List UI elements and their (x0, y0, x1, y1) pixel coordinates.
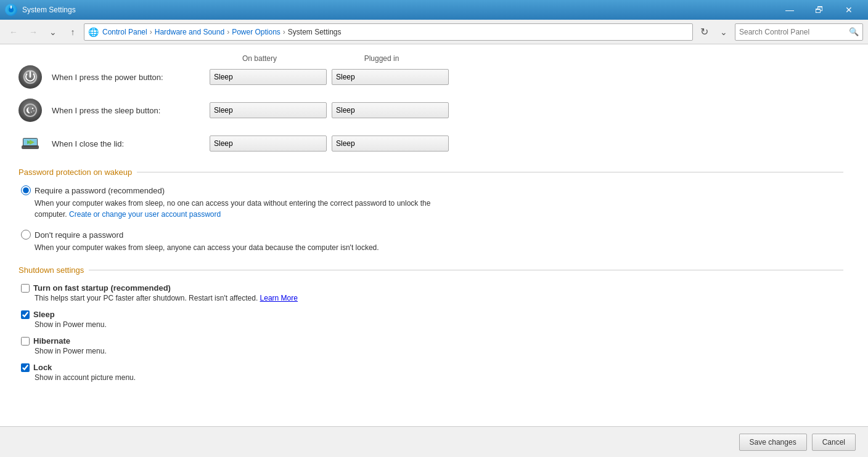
power-button-row: When I press the power button: Sleep Do … (18, 65, 843, 89)
hibernate-text: Hibernate (33, 336, 70, 346)
fast-startup-checkbox[interactable] (21, 284, 30, 293)
search-box: 🔍 (735, 23, 863, 41)
lid-close-label: When I close the lid: (52, 139, 200, 148)
window-controls: — 🗗 ✕ (776, 0, 863, 20)
lid-close-battery-select[interactable]: Sleep Do nothing Hibernate Shut down Tur… (210, 135, 327, 152)
title-bar: System Settings — 🗗 ✕ (0, 0, 868, 20)
save-changes-button[interactable]: Save changes (739, 434, 807, 451)
cancel-button[interactable]: Cancel (812, 434, 856, 451)
breadcrumb-hs[interactable]: Hardware and Sound (155, 28, 224, 36)
svg-point-8 (31, 111, 32, 113)
sep3: › (283, 28, 285, 36)
sleep-button-plugged-select[interactable]: Sleep Do nothing Hibernate Shut down Tur… (332, 102, 449, 118)
back-button[interactable]: ← (5, 23, 22, 41)
main-content: On battery Plugged in When I press the p… (0, 44, 868, 426)
power-button-battery-select[interactable]: Sleep Do nothing Hibernate Shut down Tur… (210, 69, 327, 85)
lock-label[interactable]: Lock (21, 363, 843, 372)
bottom-bar: Save changes Cancel (0, 426, 868, 457)
no-password-label[interactable]: Don't require a password (21, 230, 843, 240)
globe-icon: 🌐 (88, 27, 99, 37)
require-password-radio[interactable] (21, 185, 31, 195)
sleep-label[interactable]: Sleep (21, 310, 843, 319)
sleep-button-icon (18, 99, 42, 122)
hibernate-label[interactable]: Hibernate (21, 336, 843, 346)
no-password-option: Don't require a password When your compu… (18, 230, 843, 253)
search-icon: 🔍 (849, 27, 859, 36)
sep2: › (227, 28, 229, 36)
sleep-text: Sleep (33, 310, 55, 319)
fast-startup-desc: This helps start your PC faster after sh… (35, 294, 843, 302)
power-button-icon (18, 65, 42, 89)
svg-point-5 (24, 104, 36, 116)
require-password-desc: When your computer wakes from sleep, no … (35, 198, 454, 220)
lock-checkbox[interactable] (21, 363, 30, 372)
lid-close-plugged-select[interactable]: Sleep Do nothing Hibernate Shut down Tur… (332, 135, 449, 152)
lock-option: Lock Show in account picture menu. (18, 363, 843, 382)
maximize-button[interactable]: 🗗 (805, 0, 833, 20)
address-bar: ← → ⌄ ↑ 🌐 Control Panel › Hardware and S… (0, 20, 868, 44)
fast-startup-label[interactable]: Turn on fast startup (recommended) (21, 283, 843, 293)
learn-more-link[interactable]: Learn More (260, 294, 298, 302)
sleep-desc: Show in Power menu. (35, 320, 843, 329)
power-button-label: When I press the power button: (52, 73, 200, 82)
breadcrumb-po[interactable]: Power Options (232, 28, 280, 36)
power-button-dropdowns: Sleep Do nothing Hibernate Shut down Tur… (210, 69, 843, 85)
fast-startup-text: Turn on fast startup (recommended) (33, 283, 171, 293)
fast-startup-option: Turn on fast startup (recommended) This … (18, 283, 843, 302)
minimize-button[interactable]: — (776, 0, 804, 20)
hibernate-desc: Show in Power menu. (35, 347, 843, 355)
svg-rect-2 (10, 6, 12, 9)
lid-close-icon (18, 132, 42, 155)
shutdown-section-header: Shutdown settings (18, 265, 843, 275)
lock-text: Lock (33, 363, 52, 372)
sleep-button-label: When I press the sleep button: (52, 106, 200, 115)
sep1: › (150, 28, 152, 36)
no-password-desc: When your computer wakes from sleep, any… (35, 242, 454, 253)
no-password-radio[interactable] (21, 230, 31, 240)
password-section-header: Password protection on wakeup (18, 168, 843, 177)
app-icon (5, 4, 17, 16)
power-button-plugged-select[interactable]: Sleep Do nothing Hibernate Shut down Tur… (332, 69, 449, 85)
password-section-title: Password protection on wakeup (18, 168, 132, 177)
sleep-option: Sleep Show in Power menu. (18, 310, 843, 329)
require-password-option: Require a password (recommended) When yo… (18, 185, 843, 220)
svg-point-6 (32, 108, 33, 109)
forward-button[interactable]: → (25, 23, 42, 41)
close-button[interactable]: ✕ (835, 0, 863, 20)
up-button[interactable]: ↑ (64, 23, 81, 41)
sleep-button-battery-select[interactable]: Sleep Do nothing Hibernate Shut down Tur… (210, 102, 327, 118)
address-dropdown-button[interactable]: ⌄ (715, 23, 732, 41)
col-header-plugged: Plugged in (323, 54, 440, 63)
recent-locations-button[interactable]: ⌄ (44, 23, 62, 41)
require-password-label[interactable]: Require a password (recommended) (21, 185, 843, 195)
sleep-checkbox[interactable] (21, 310, 30, 319)
refresh-button[interactable]: ↻ (695, 23, 713, 41)
column-headers: On battery Plugged in (201, 54, 843, 63)
breadcrumb: 🌐 Control Panel › Hardware and Sound › P… (84, 23, 693, 41)
svg-point-7 (33, 110, 35, 111)
no-password-text: Don't require a password (35, 230, 123, 240)
lid-close-dropdowns: Sleep Do nothing Hibernate Shut down Tur… (210, 135, 843, 152)
hibernate-checkbox[interactable] (21, 337, 30, 346)
shutdown-section-title: Shutdown settings (18, 265, 84, 275)
hibernate-option: Hibernate Show in Power menu. (18, 336, 843, 355)
require-password-text: Require a password (recommended) (35, 186, 165, 195)
title-bar-title: System Settings (22, 6, 776, 14)
lid-close-row: When I close the lid: Sleep Do nothing H… (18, 132, 843, 155)
sleep-button-dropdowns: Sleep Do nothing Hibernate Shut down Tur… (210, 102, 843, 118)
search-input[interactable] (739, 28, 849, 36)
breadcrumb-cp[interactable]: Control Panel (102, 28, 147, 36)
sleep-button-row: When I press the sleep button: Sleep Do … (18, 99, 843, 122)
col-header-battery: On battery (201, 54, 318, 63)
change-password-link[interactable]: Create or change your user account passw… (69, 210, 221, 219)
breadcrumb-ss: System Settings (288, 28, 342, 36)
lock-desc: Show in account picture menu. (35, 373, 843, 382)
